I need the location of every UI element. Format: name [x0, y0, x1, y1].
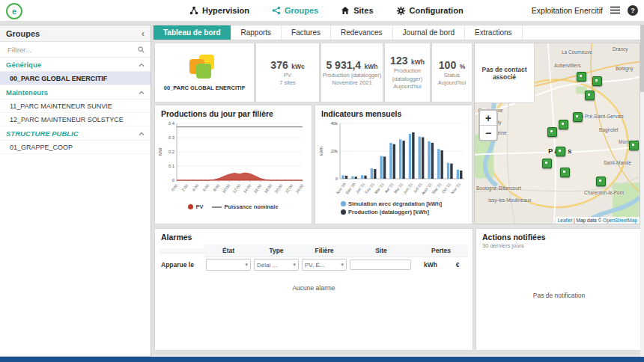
site-marker-icon[interactable] [559, 120, 568, 129]
map-attribution: Leaflet | Map data © OpenStreetMap [556, 217, 640, 224]
home-icon [341, 6, 350, 15]
site-marker-icon[interactable] [585, 90, 595, 100]
sidebar-item-mainteneur-sunvie[interactable]: 11_PARC MAINTENEUR SUNVIE [0, 99, 151, 113]
svg-text:2:00: 2:00 [180, 183, 189, 192]
tab-redevances[interactable]: Redevances [331, 25, 393, 40]
kpi-value: 100 [439, 59, 456, 71]
svg-text:20k: 20k [331, 149, 338, 153]
svg-text:Mar '21: Mar '21 [374, 182, 385, 194]
sidebar-section-mainteneurs[interactable]: Mainteneurs [0, 85, 151, 99]
sidebar-collapse-icon[interactable]: ‹ [142, 28, 145, 39]
tab-rapports[interactable]: Rapports [231, 25, 282, 40]
tab-tableau-de-bord[interactable]: Tableau de bord [154, 25, 231, 40]
alarms-empty-message: Aucune alarme [160, 284, 468, 292]
legend-item-pv[interactable]: PV [188, 203, 203, 210]
monthly-chart-title: Indicateurs mensuels [315, 105, 472, 119]
nav-item-configuration[interactable]: Configuration [396, 6, 464, 16]
col-header-type: Type [252, 245, 300, 257]
site-marker-icon[interactable] [547, 127, 557, 137]
topnav-right: Exploitation Enercitif ? [532, 0, 638, 21]
attribution-text: | Map data © [574, 218, 601, 223]
kpi-card-installed-power: 376 kWc PV 7 sites [255, 43, 320, 102]
section-label: Mainteneurs [6, 88, 48, 96]
col-header-pertes: Pertes [414, 245, 468, 257]
sidebar-item-grappe-coop[interactable]: 01_GRAPPE_COOP [0, 141, 151, 154]
svg-text:Nov '21: Nov '21 [450, 182, 461, 194]
scrollbar-thumb[interactable] [640, 25, 644, 92]
map-place-label: Issy-les-Moulineaux [488, 197, 531, 203]
sidebar-item-label: 01_GRAPPE_COOP [10, 144, 73, 151]
map-place-label: Aubervilliers [554, 63, 580, 68]
daily-production-panel: Productions du jour par filière 00.10.20… [154, 105, 312, 224]
chevron-up-icon [139, 88, 145, 96]
svg-text:0.1: 0.1 [168, 164, 174, 168]
kpi-row: 00_PARC GLOBAL ENERCITIF 376 kWc PV 7 si… [154, 43, 473, 102]
tab-extractions[interactable]: Extractions [465, 25, 522, 40]
kpi-unit: kWh [365, 63, 378, 70]
site-marker-icon[interactable] [577, 72, 586, 82]
nav-item-sites[interactable]: Sites [341, 6, 373, 15]
legend-item-nominal[interactable]: Puissance nominale [212, 203, 278, 210]
tab-journal-de-bord[interactable]: Journal de bord [393, 25, 466, 40]
brand-logo[interactable]: e [6, 3, 22, 19]
col-header-filiere: Filière [300, 245, 348, 257]
svg-text:0:00: 0:00 [170, 183, 178, 192]
etat-filter-select[interactable]: ▾ [206, 259, 251, 271]
sidebar-item-mainteneur-solstyce[interactable]: 12_PARC MAINTENEUR SOLSTYCE [0, 113, 151, 126]
sidebar-item-label: 00_PARC GLOBAL ENERCITIF [10, 75, 107, 82]
svg-text:14:00: 14:00 [242, 183, 252, 194]
zoom-out-button[interactable]: − [480, 126, 496, 140]
site-marker-icon[interactable] [573, 112, 583, 122]
osm-link[interactable]: OpenStreetMap [603, 218, 637, 223]
simulation-legend-dot-icon [341, 201, 346, 206]
main-content: Tableau de bord Rapports Factures Redeva… [151, 25, 644, 357]
legend-item-production[interactable]: Production (datalogger) [kWh] [341, 209, 429, 215]
nav-item-hypervision[interactable]: Hypervision [189, 6, 249, 15]
site-marker-icon[interactable] [592, 76, 602, 86]
main-nav: Hypervision Groupes Sites Configuration [189, 0, 464, 21]
kpi-card-month-production: 5 931,4 kWh Production (datalogger) Nove… [321, 43, 383, 102]
app-window: e Hypervision Groupes Sites [0, 0, 644, 362]
map-place-label: Saint-Mandé [604, 160, 631, 165]
sidebar-title: Groupes [6, 29, 40, 38]
type-filter-select[interactable]: Délai ... ▾ [254, 259, 299, 271]
legend-label: Simulation avec dégradation [kWh] [348, 200, 442, 207]
site-marker-icon[interactable] [629, 141, 639, 150]
site-filter-input[interactable] [350, 260, 411, 270]
nav-label: Groupes [285, 6, 318, 15]
svg-text:Août '21: Août '21 [421, 182, 433, 195]
kpi-unit: kWh [411, 58, 425, 66]
unit-kwh: kWh [414, 261, 447, 269]
nav-item-groupes[interactable]: Groupes [272, 6, 318, 15]
sidebar-section-generique[interactable]: Générique [0, 58, 151, 72]
menu-icon[interactable] [610, 4, 620, 17]
kpi-group-name: 00_PARC GLOBAL ENERCITIF [164, 85, 246, 91]
help-icon[interactable]: ? [628, 5, 638, 16]
filiere-filter-select[interactable]: PV, É... ▾ [302, 259, 347, 271]
leaflet-link[interactable]: Leaflet [558, 218, 573, 223]
site-marker-icon[interactable] [556, 147, 565, 156]
kpi-sub: Novembre 2021 [332, 79, 371, 88]
svg-text:6:00: 6:00 [201, 183, 210, 192]
svg-text:20:00: 20:00 [273, 183, 283, 194]
account-name[interactable]: Exploitation Enercitif [532, 6, 603, 15]
kpi-sub: 7 sites [279, 79, 296, 88]
sidebar-item-label: 12_PARC MAINTENEUR SOLSTYCE [10, 116, 124, 123]
actions-subtitle: 30 derniers jours [476, 242, 642, 249]
sidebar-item-parc-global[interactable]: 00_PARC GLOBAL ENERCITIF [0, 72, 151, 85]
filter-input[interactable] [6, 45, 135, 55]
sidebar-item-label: 11_PARC MAINTENEUR SUNVIE [10, 102, 112, 110]
site-marker-icon[interactable] [542, 159, 552, 168]
zoom-in-button[interactable]: + [480, 111, 496, 126]
row-label-apparue-le: Apparue le [160, 261, 204, 269]
site-marker-icon[interactable] [596, 177, 606, 186]
content-tabs: Tableau de bord Rapports Factures Redeva… [153, 25, 643, 40]
site-marker-icon[interactable] [560, 168, 570, 177]
tab-factures[interactable]: Factures [282, 25, 331, 40]
sidebar-section-structure-public[interactable]: STRUCTURE PUBLIC [0, 126, 151, 141]
sites-map[interactable]: Pas de contact associé + − Leaflet | Map… [474, 43, 640, 224]
legend-item-simulation[interactable]: Simulation avec dégradation [kWh] [341, 200, 442, 207]
svg-text:4:00: 4:00 [191, 183, 199, 192]
unit-euro: € [447, 261, 468, 269]
monthly-indicators-panel: Indicateurs mensuels 020k40kkWhNov '20Dé… [315, 105, 473, 224]
